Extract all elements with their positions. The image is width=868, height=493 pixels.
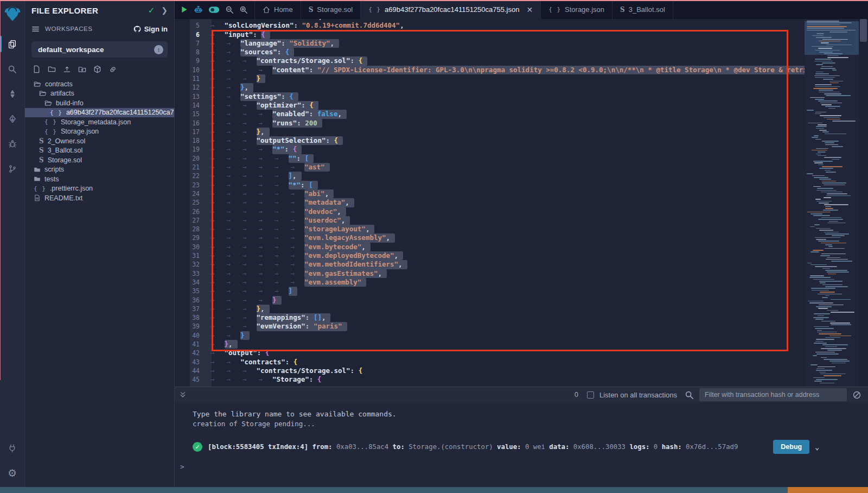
- code-line-39[interactable]: 39→→→"evmVersion": "paris": [175, 322, 805, 331]
- listen-all-checkbox[interactable]: [587, 391, 594, 399]
- rail-git-icon[interactable]: [0, 156, 25, 181]
- terminal-console[interactable]: Type the library name to see available c…: [175, 402, 868, 487]
- tree-item-build-info[interactable]: build-info: [25, 98, 174, 108]
- upload-folder-icon[interactable]: [78, 65, 86, 74]
- code-line-22[interactable]: 22→→→→→],: [175, 172, 805, 180]
- github-sign-in-button[interactable]: Sign in: [133, 25, 168, 33]
- accept-check-icon[interactable]: ✓: [148, 5, 155, 15]
- code-line-18[interactable]: 18→→→"outputSelection": {: [175, 136, 805, 145]
- scrollbar-thumb[interactable]: [860, 19, 867, 42]
- code-line-42[interactable]: 42→"output": {: [175, 349, 805, 357]
- code-line-32[interactable]: 32→→→→→→"evm.methodIdentifiers",: [175, 260, 805, 269]
- rail-solidity-compiler-icon[interactable]: [0, 81, 25, 106]
- toggle-button[interactable]: [208, 6, 220, 14]
- code-line-35[interactable]: 35→→→→→]: [175, 287, 805, 295]
- tx-expand-chevron-icon[interactable]: ⌄: [815, 443, 819, 451]
- tab-close-icon[interactable]: ✕: [526, 5, 533, 14]
- code-line-12[interactable]: 12→→},: [175, 83, 805, 92]
- code-line-13[interactable]: 13→→"settings": {: [175, 92, 805, 101]
- scam-alert-badge[interactable]: [788, 487, 868, 493]
- code-line-28[interactable]: 28→→→→→→"storageLayout",: [175, 225, 805, 233]
- code-line-5[interactable]: 5→"solcLongVersion": "0.8.19+commit.7dd6…: [175, 21, 805, 30]
- play-button[interactable]: [180, 5, 188, 14]
- code-line-21[interactable]: 21→→→→→→"ast": [175, 163, 805, 172]
- tab-storage-json[interactable]: { }Storage.json: [541, 0, 612, 19]
- code-line-17[interactable]: 17→→→},: [175, 128, 805, 136]
- panel-chevron-right-icon[interactable]: ❯: [161, 6, 168, 15]
- tree-item-a69b43f277ba20fcac141151250ca7-[interactable]: { }a69b43f277ba20fcac141151250ca7...: [25, 108, 174, 118]
- new-file-icon[interactable]: [33, 65, 41, 74]
- code-line-10[interactable]: 10→→→→"content": "// SPDX-License-Identi…: [175, 66, 805, 74]
- rail-deploy-and-run-icon[interactable]: [0, 106, 25, 131]
- ai-robot-button[interactable]: [194, 5, 203, 14]
- code-line-36[interactable]: 36→→→→}: [175, 296, 805, 305]
- remix-logo-icon[interactable]: [2, 3, 23, 24]
- code-line-40[interactable]: 40→→}: [175, 331, 805, 340]
- transaction-log-row[interactable]: ✓ [block:5583405 txIndex:4] from: 0xa03.…: [193, 440, 819, 454]
- rail-file-explorer-icon[interactable]: [0, 31, 25, 56]
- zoom-in-button[interactable]: [239, 5, 248, 14]
- transaction-filter-input[interactable]: [699, 388, 847, 401]
- tree-item-2-owner-sol[interactable]: S2_Owner.sol: [25, 136, 174, 146]
- code-line-6[interactable]: 6→"input": {: [175, 30, 805, 39]
- code-line-8[interactable]: 8→→"sources": {: [175, 48, 805, 56]
- link-icon[interactable]: [108, 65, 117, 74]
- tab-home[interactable]: Home: [255, 0, 301, 19]
- code-line-15[interactable]: 15→→→→"enabled": false,: [175, 110, 805, 118]
- terminal-collapse-icon[interactable]: [179, 391, 187, 399]
- code-line-14[interactable]: 14→→→"optimizer": {: [175, 101, 805, 110]
- code-line-27[interactable]: 27→→→→→→"userdoc",: [175, 216, 805, 225]
- editor-minimap[interactable]: [805, 19, 859, 387]
- code-line-38[interactable]: 38→→→"remappings": [],: [175, 313, 805, 322]
- tree-item-artifacts[interactable]: artifacts: [25, 89, 174, 99]
- tab-a69b43f277ba20fcac141151250ca755-json[interactable]: { }a69b43f277ba20fcac141151250ca755.json…: [361, 0, 541, 19]
- tree-item-storage-json[interactable]: { }Storage.json: [25, 127, 174, 137]
- editor-scrollbar[interactable]: [859, 19, 868, 387]
- code-line-30[interactable]: 30→→→→→→"evm.bytecode",: [175, 243, 805, 251]
- clear-console-icon[interactable]: [852, 390, 861, 400]
- code-editor[interactable]: 4→"solcVersion": "0.8.19",5→"solcLongVer…: [175, 19, 868, 387]
- code-line-29[interactable]: 29→→→→→→"evm.legacyAssembly",: [175, 233, 805, 242]
- code-line-45[interactable]: 45→→→→"Storage": {: [175, 375, 805, 384]
- rail-plugin-manager-icon[interactable]: [0, 435, 25, 460]
- new-folder-icon[interactable]: [48, 65, 56, 74]
- code-line-34[interactable]: 34→→→→→→"evm.assembly": [175, 278, 805, 287]
- code-line-25[interactable]: 25→→→→→→"metadata",: [175, 198, 805, 207]
- code-line-9[interactable]: 9→→→"contracts/Storage.sol": {: [175, 56, 805, 65]
- code-line-43[interactable]: 43→→"contracts": {: [175, 358, 805, 366]
- upload-file-icon[interactable]: [63, 65, 71, 74]
- tree-item-storage-metadata-json[interactable]: { }Storage_metadata.json: [25, 117, 174, 127]
- code-line-24[interactable]: 24→→→→→→"abi",: [175, 189, 805, 198]
- rail-search-icon[interactable]: [0, 56, 25, 81]
- debug-button[interactable]: Debug: [773, 440, 809, 454]
- code-line-11[interactable]: 11→→→}: [175, 74, 805, 83]
- tab-storage-sol[interactable]: SStorage.sol: [301, 0, 361, 19]
- code-line-33[interactable]: 33→→→→→→"evm.gasEstimates",: [175, 269, 805, 278]
- code-line-20[interactable]: 20→→→→→"": [: [175, 154, 805, 163]
- tree-item-storage-sol[interactable]: SStorage.sol: [25, 155, 174, 165]
- code-line-16[interactable]: 16→→→→"runs": 200: [175, 119, 805, 128]
- terminal-search-icon[interactable]: [685, 390, 694, 400]
- code-line-41[interactable]: 41→},: [175, 340, 805, 349]
- load-cube-icon[interactable]: [93, 65, 101, 74]
- workspace-select[interactable]: default_workspace ↕: [31, 41, 168, 58]
- rail-settings-icon[interactable]: ⚙: [0, 460, 25, 485]
- code-line-23[interactable]: 23→→→→→"*": [: [175, 181, 805, 189]
- tree-item-readme-txt[interactable]: README.txt: [25, 193, 174, 203]
- tree-item-scripts[interactable]: scripts: [25, 165, 174, 175]
- code-line-37[interactable]: 37→→→},: [175, 305, 805, 313]
- code-line-44[interactable]: 44→→→"contracts/Storage.sol": {: [175, 366, 805, 375]
- tree-item--prettierrc-json[interactable]: { }.prettierrc.json: [25, 184, 174, 194]
- terminal-prompt[interactable]: >: [180, 463, 868, 471]
- code-line-7[interactable]: 7→→"language": "Solidity",: [175, 39, 805, 48]
- code-line-26[interactable]: 26→→→→→→"devdoc",: [175, 207, 805, 216]
- tree-item-contracts[interactable]: contracts: [25, 79, 174, 89]
- zoom-out-button[interactable]: [225, 5, 234, 14]
- tree-item-tests[interactable]: tests: [25, 174, 174, 184]
- rail-debugger-icon[interactable]: [0, 131, 25, 156]
- tab-3-ballot-sol[interactable]: S3_Ballot.sol: [612, 0, 673, 19]
- tree-item-3-ballot-sol[interactable]: S3_Ballot.sol: [25, 146, 174, 156]
- editor-code[interactable]: 4→"solcVersion": "0.8.19",5→"solcLongVer…: [175, 19, 805, 387]
- workspace-menu-icon[interactable]: [31, 25, 40, 33]
- code-line-19[interactable]: 19→→→→"*": {: [175, 145, 805, 154]
